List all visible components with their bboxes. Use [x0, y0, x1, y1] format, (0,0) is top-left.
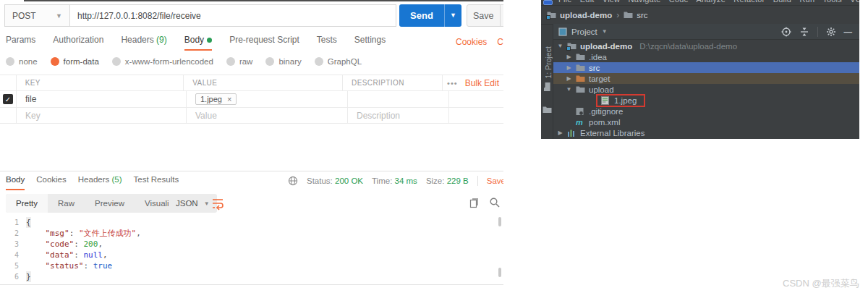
project-tree: ▼upload-demoD:\zqcn\data\upload-demo▶.id… [553, 41, 859, 139]
response-tab-headers[interactable]: Headers (5) [78, 175, 122, 190]
locate-icon[interactable] [781, 27, 791, 37]
save-options-caret-icon[interactable]: ▼ [500, 5, 504, 26]
scrollbar-thumb[interactable] [498, 217, 501, 226]
collapse-arrow-icon[interactable]: ▶ [565, 54, 573, 60]
response-tab-test-results[interactable]: Test Results [134, 175, 179, 190]
collapse-all-icon[interactable] [799, 27, 809, 37]
libraries-icon [567, 129, 577, 137]
tab-authorization[interactable]: Authorization [53, 35, 103, 51]
radio-icon[interactable] [226, 57, 235, 66]
chevron-down-icon: ▼ [56, 12, 62, 20]
tab-settings[interactable]: Settings [354, 35, 386, 51]
bulk-edit-link[interactable]: Bulk Edit [465, 78, 499, 88]
tab-pre-request-script[interactable]: Pre-request Script [229, 35, 299, 51]
breadcrumb-item-src[interactable]: src [624, 11, 647, 20]
expand-arrow-icon[interactable]: ▼ [565, 86, 573, 93]
code-line: 5 "status": true [0, 260, 498, 271]
tree-item-idea[interactable]: ▶.idea [553, 51, 859, 62]
line-number: 5 [0, 260, 26, 271]
radio-icon[interactable] [112, 57, 121, 66]
project-tool-button[interactable]: 1: Project [543, 34, 553, 92]
chevron-down-icon: ▼ [204, 200, 210, 207]
tree-item-gitignore[interactable]: .gitignore [553, 106, 859, 116]
row-checkbox[interactable]: ✓ [3, 94, 13, 104]
body-mode-graphql[interactable]: GraphQL [315, 57, 362, 66]
send-options-caret-icon[interactable]: ▼ [444, 4, 461, 27]
value-placeholder[interactable]: Value [195, 111, 217, 121]
radio-icon[interactable] [51, 57, 59, 66]
body-mode-raw[interactable]: raw [226, 57, 253, 66]
body-mode-binary[interactable]: binary [265, 57, 301, 66]
folder-icon [576, 85, 586, 93]
highlight-box: 1.jpeg [596, 94, 645, 107]
expand-arrow-icon[interactable]: ▼ [556, 43, 564, 49]
hide-panel-icon[interactable]: — [844, 27, 853, 36]
tab-tests[interactable]: Tests [317, 35, 337, 51]
tab-headers[interactable]: Headers (9) [121, 35, 166, 51]
menu-items[interactable]: File Edit View Navigate Code Analyze Ref… [558, 0, 859, 4]
file-chip-label: 1.jpeg [200, 95, 222, 103]
key-placeholder[interactable]: Key [25, 111, 41, 121]
response-bottom-edge [0, 284, 503, 285]
format-label: JSON [176, 199, 198, 208]
tree-item-external-libraries[interactable]: ▶External Libraries [553, 127, 859, 138]
tree-item-target[interactable]: ▶target [553, 73, 859, 84]
divider [817, 27, 818, 37]
row-key[interactable]: file [25, 94, 36, 104]
tree-item-src[interactable]: ▶src [553, 62, 859, 73]
body-mode-x-www-form-urlencoded[interactable]: x-www-form-urlencoded [112, 57, 213, 66]
method-select[interactable]: POST ▼ [4, 4, 69, 27]
code-link[interactable]: Code [497, 37, 503, 47]
gear-icon[interactable] [826, 27, 836, 37]
radio-icon[interactable] [315, 57, 323, 66]
collapse-arrow-icon[interactable]: ▶ [565, 75, 573, 82]
save-response-button[interactable]: Save Response▼ [487, 177, 503, 185]
tree-item-1-jpeg[interactable]: 1.jpeg [553, 95, 859, 106]
radio-icon[interactable] [265, 57, 274, 66]
remove-file-icon[interactable]: × [227, 95, 231, 103]
search-icon[interactable] [489, 197, 501, 208]
chevron-down-icon[interactable]: ▼ [602, 28, 608, 35]
line-number: 4 [0, 250, 26, 260]
response-tab-body[interactable]: Body [6, 175, 25, 190]
tree-item-pom-xml[interactable]: mpom.xml [553, 116, 859, 127]
collapse-arrow-icon[interactable]: ▶ [556, 129, 564, 136]
format-select[interactable]: JSON ▼ [169, 194, 217, 213]
tab-body[interactable]: Body [184, 35, 212, 51]
view-tab-preview[interactable]: Preview [85, 194, 135, 213]
git-file-icon [576, 107, 586, 116]
url-input[interactable] [69, 4, 396, 27]
scrollbar-thumb[interactable] [498, 268, 501, 277]
table-header-row: KEY VALUE DESCRIPTION ••• Bulk Edit [0, 75, 503, 90]
copy-icon[interactable] [469, 197, 480, 208]
save-button[interactable]: Save ▼ [467, 4, 503, 27]
tool-window-strip: 1: Project [541, 24, 553, 139]
body-mode-form-data[interactable]: form-data [51, 57, 99, 66]
view-tab-pretty[interactable]: Pretty [6, 194, 48, 213]
line-number: 3 [0, 239, 26, 250]
breadcrumb-item-upload-demo[interactable]: upload-demo [547, 11, 612, 20]
folder-icon [543, 82, 553, 92]
view-tab-raw[interactable]: Raw [48, 194, 85, 213]
collapse-arrow-icon[interactable]: ▶ [565, 64, 573, 71]
description-placeholder[interactable]: Description [357, 111, 400, 121]
radio-icon[interactable] [6, 57, 14, 66]
send-button[interactable]: Send ▼ [399, 4, 461, 27]
panel-title[interactable]: Project [571, 27, 597, 36]
cookies-link[interactable]: Cookies [456, 37, 487, 47]
more-options-icon[interactable]: ••• [447, 79, 458, 88]
response-tabs: BodyCookiesHeaders (5)Test Results [6, 175, 179, 190]
tab-params[interactable]: Params [6, 35, 35, 51]
project-path: D:\zqcn\data\upload-demo [639, 42, 737, 51]
app-logo-icon [543, 0, 553, 5]
response-tab-cookies[interactable]: Cookies [36, 175, 67, 190]
breadcrumb-separator: › [616, 10, 619, 20]
breadcrumb: upload-demo›src [541, 7, 859, 24]
tree-item-upload-demo[interactable]: ▼upload-demoD:\zqcn\data\upload-demo [553, 41, 859, 51]
save-label: Save [467, 11, 500, 21]
menu-bar-clipped: File Edit View Navigate Code Analyze Ref… [541, 0, 859, 6]
code-line: 1{ [0, 217, 498, 228]
body-mode-none[interactable]: none [6, 57, 38, 66]
key-header: KEY [25, 79, 41, 87]
wrap-lines-icon[interactable] [210, 196, 225, 213]
